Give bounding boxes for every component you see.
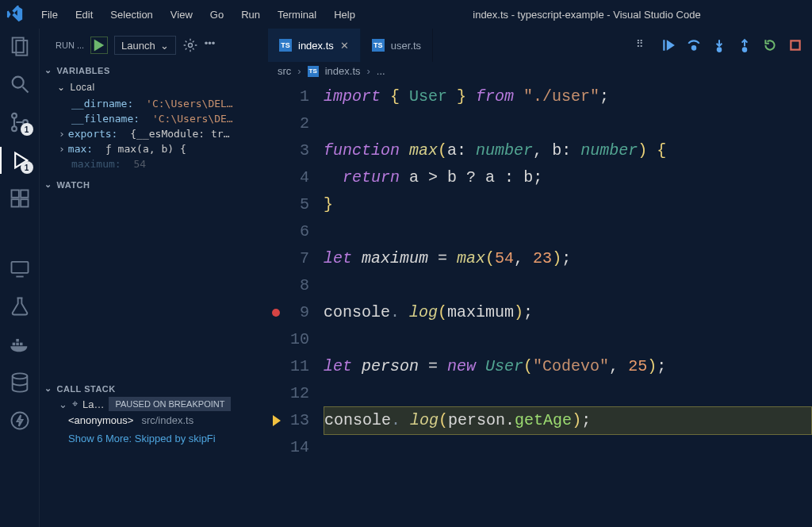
typescript-icon: TS [308,66,319,77]
testing-icon[interactable] [9,295,31,317]
line-number: 2 [284,110,324,137]
variable-exports[interactable]: › exports: {__esModule: tr… [40,126,268,141]
database-icon[interactable] [9,371,31,394]
breakpoint-icon[interactable] [268,309,284,317]
code-line-7[interactable]: 7let maximum = max(54, 23); [268,245,812,272]
line-number: 11 [284,353,324,380]
code-line-2[interactable]: 2 [268,110,812,137]
start-debug-button[interactable] [90,37,108,54]
callstack-section-header[interactable]: ⌄ CALL STACK [40,380,268,397]
extensions-icon[interactable] [9,187,31,210]
code-line-11[interactable]: 11let person = new User("Codevo", 25); [268,353,812,380]
typescript-icon: TS [279,39,292,52]
code-line-1[interactable]: 1import { User } from "./user"; [268,83,812,110]
menu-help[interactable]: Help [326,6,363,24]
line-number: 5 [284,191,324,218]
line-content: } [324,191,333,218]
restart-icon[interactable] [763,38,777,52]
close-icon[interactable]: ✕ [340,40,349,52]
line-number: 14 [284,434,324,461]
step-into-icon[interactable] [712,38,726,52]
line-number: 13 [284,407,324,434]
svg-rect-15 [16,343,19,346]
launch-config-dropdown[interactable]: Launch ⌄ [114,36,176,55]
tab-user-ts[interactable]: TS user.ts [361,29,433,62]
code-line-12[interactable]: 12 [268,380,812,407]
menu-view[interactable]: View [163,6,201,24]
svg-marker-23 [667,40,675,51]
line-number: 6 [284,218,324,245]
line-number: 9 [284,299,324,326]
search-icon[interactable] [9,73,31,95]
code-line-9[interactable]: 9console. log(maximum); [268,299,812,326]
scm-badge: 1 [21,123,33,136]
sidebar-run-and-debug: RUN ... Launch ⌄ ••• ⌄ VARIABLES ⌄ Local… [40,29,268,527]
tabs: TS index.ts ✕ TS user.ts ⠿ [268,29,812,62]
svg-rect-17 [16,339,19,342]
line-content: let maximum = max(54, 23); [324,245,571,272]
code-line-14[interactable]: 14 [268,434,812,461]
variable-max[interactable]: › max: ƒ max(a, b) { [40,141,268,156]
callstack-frame[interactable]: <anonymous> src/index.ts [40,411,268,429]
code-line-5[interactable]: 5} [268,191,812,218]
source-control-icon[interactable]: 1 [9,111,31,133]
svg-rect-14 [12,343,15,346]
gear-icon[interactable] [182,37,198,53]
line-number: 1 [284,83,324,110]
chevron-right-icon: › [59,143,65,155]
menu-go[interactable]: Go [202,6,232,24]
docker-icon[interactable] [9,333,31,356]
callstack-showmore[interactable]: Show 6 More: Skipped by skipFi [40,429,268,448]
continue-icon[interactable] [661,38,676,52]
drag-handle-icon[interactable]: ⠿ [636,38,650,52]
current-line-icon[interactable] [268,415,284,426]
stop-icon[interactable] [788,38,802,52]
variable-maximum[interactable]: maximum: 54 [40,156,268,171]
launch-config-label: Launch [121,40,155,52]
svg-rect-10 [11,199,18,206]
debug-icon[interactable]: 1 [9,149,31,171]
variable-dirname[interactable]: __dirname: 'C:\Users\DEL… [40,96,268,111]
ellipsis-icon[interactable]: ••• [205,37,220,53]
step-out-icon[interactable] [737,38,752,52]
step-over-icon[interactable] [687,38,701,52]
local-scope-header[interactable]: ⌄ Local [40,79,268,96]
menu-edit[interactable]: Edit [67,6,101,24]
svg-rect-22 [663,40,665,51]
menu-terminal[interactable]: Terminal [270,6,324,24]
tab-index-ts[interactable]: TS index.ts ✕ [268,29,361,62]
vscode-logo-icon [6,6,24,23]
explorer-icon[interactable] [9,35,31,57]
line-content: console. log(maximum); [324,299,533,326]
line-content: console. log(person.getAge); [324,406,812,435]
variable-filename[interactable]: __filename: 'C:\Users\DE… [40,111,268,126]
thunder-icon[interactable] [9,410,31,432]
typescript-icon: TS [372,39,385,52]
menu-selection[interactable]: Selection [102,6,160,24]
code-line-10[interactable]: 10 [268,326,812,353]
watch-section-header[interactable]: ⌄ WATCH [40,176,268,193]
svg-rect-16 [20,343,23,346]
svg-point-18 [12,373,27,379]
svg-point-5 [12,126,17,131]
chevron-down-icon: ⌄ [160,40,169,52]
breadcrumb[interactable]: src › TS index.ts › ... [268,62,812,80]
menubar: File Edit Selection View Go Run Terminal… [33,6,363,24]
remote-icon[interactable] [9,257,31,279]
code-line-6[interactable]: 6 [268,218,812,245]
code-line-13[interactable]: 13console. log(person.getAge); [268,407,812,434]
menu-run[interactable]: Run [233,6,268,24]
code-line-8[interactable]: 8 [268,272,812,299]
variables-section-header[interactable]: ⌄ VARIABLES [40,62,268,79]
chevron-right-icon: › [59,128,65,140]
bug-icon: ⌖ [72,398,78,410]
code-editor[interactable]: 1import { User } from "./user";23functio… [268,80,812,527]
menu-file[interactable]: File [33,6,66,24]
callstack-thread[interactable]: ⌄ ⌖ La… PAUSED ON BREAKPOINT [40,397,268,411]
chevron-down-icon: ⌄ [44,179,52,190]
line-number: 8 [284,272,324,299]
code-line-4[interactable]: 4 return a > b ? a : b; [268,164,812,191]
debug-toolbar: ⠿ [636,29,812,62]
chevron-down-icon: ⌄ [59,398,67,410]
code-line-3[interactable]: 3function max(a: number, b: number) { [268,137,812,164]
